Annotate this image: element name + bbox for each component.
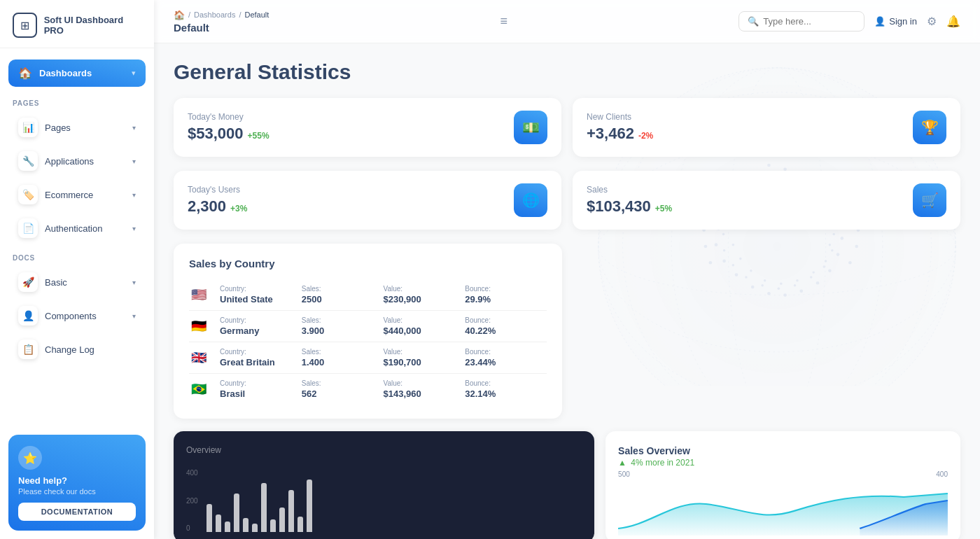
y-label-0: 0 bbox=[186, 524, 198, 532]
chart-label: Overview bbox=[186, 445, 221, 455]
svg-point-39 bbox=[794, 284, 796, 286]
breadcrumb-home-icon: 🏠 bbox=[174, 10, 185, 20]
y-label-400: 400 bbox=[186, 469, 198, 477]
svg-point-17 bbox=[836, 253, 840, 256]
sidebar-item-authentication[interactable]: 📄 Authentication ▾ bbox=[8, 212, 146, 244]
table-row: 🇺🇸 Country: United State Sales: 2500 Val… bbox=[189, 279, 547, 311]
topbar-actions: 👤 Sign in ⚙ 🔔 bbox=[874, 15, 960, 28]
svg-point-21 bbox=[783, 293, 787, 297]
components-chevron: ▾ bbox=[132, 312, 136, 320]
applications-chevron: ▾ bbox=[132, 158, 136, 165]
search-bar: 🔍 bbox=[738, 11, 864, 31]
svg-point-38 bbox=[810, 276, 812, 278]
sidebar-item-basic[interactable]: 🚀 Basic ▾ bbox=[8, 266, 146, 298]
bar-item bbox=[225, 522, 230, 532]
sidebar-item-pages[interactable]: 📊 Pages ▾ bbox=[8, 111, 146, 144]
components-icon: 👤 bbox=[18, 306, 38, 326]
bottom-row: Overview 400 200 0 Sales Overview bbox=[174, 431, 960, 539]
pages-label: Pages bbox=[45, 122, 71, 133]
svg-point-60 bbox=[825, 260, 827, 262]
pages-chevron: ▾ bbox=[132, 124, 136, 132]
dashboards-label: Dashboards bbox=[39, 68, 92, 78]
stats-row-2: Today's Users 2,300+3% 🌐 Sales $103,430+… bbox=[174, 171, 960, 230]
sales-by-country-card: Sales by Country 🇺🇸 Country: United Stat… bbox=[174, 244, 562, 419]
stats-card-sales: Sales $103,430+5% 🛒 bbox=[573, 171, 960, 230]
basic-icon: 🚀 bbox=[18, 272, 38, 292]
svg-point-19 bbox=[816, 281, 820, 285]
sales-country-title: Sales by Country bbox=[189, 258, 547, 270]
documentation-button[interactable]: DOCUMENTATION bbox=[18, 503, 136, 521]
country-col-us: Country: United State bbox=[220, 285, 302, 304]
hamburger-icon[interactable]: ≡ bbox=[495, 10, 514, 33]
sidebar-item-ecommerce[interactable]: 🏷️ Ecommerce ▾ bbox=[8, 178, 146, 211]
sidebar-item-changelog[interactable]: 📋 Change Log bbox=[8, 333, 146, 365]
up-arrow-icon: ▲ bbox=[618, 458, 626, 468]
svg-point-52 bbox=[709, 261, 713, 265]
topbar-center: ≡ bbox=[495, 10, 514, 33]
help-title: Need help? bbox=[18, 475, 67, 486]
help-card: ⭐ Need help? Please check our docs DOCUM… bbox=[8, 435, 146, 531]
authentication-label: Authentication bbox=[45, 223, 102, 234]
breadcrumb-dashboards: Dashboards bbox=[194, 10, 235, 19]
flag-de: 🇩🇪 bbox=[189, 319, 209, 333]
bar-item bbox=[252, 524, 258, 532]
svg-point-41 bbox=[761, 284, 763, 286]
sales-overview-subtitle: ▲ 4% more in 2021 bbox=[618, 458, 948, 468]
sales-value: $103,430+5% bbox=[587, 197, 672, 216]
authentication-icon: 📄 bbox=[18, 218, 38, 238]
sidebar-item-components[interactable]: 👤 Components ▾ bbox=[8, 300, 146, 332]
dashboards-chevron: ▾ bbox=[132, 69, 136, 78]
search-input[interactable] bbox=[763, 16, 847, 27]
content: General Statistics Today's Money $53,000… bbox=[154, 43, 980, 539]
flag-us: 🇺🇸 bbox=[189, 288, 209, 302]
svg-point-23 bbox=[751, 286, 755, 289]
sidebar-nav: 🏠 Dashboards ▾ PAGES 📊 Pages ▾ 🔧 Applica… bbox=[0, 48, 154, 426]
svg-point-65 bbox=[750, 270, 752, 272]
search-icon: 🔍 bbox=[748, 16, 759, 27]
topbar-title: Default bbox=[174, 22, 269, 34]
svg-point-10 bbox=[767, 164, 771, 167]
user-icon: 👤 bbox=[874, 16, 886, 27]
components-label: Components bbox=[45, 311, 97, 321]
svg-point-66 bbox=[739, 258, 741, 260]
svg-point-40 bbox=[778, 288, 780, 290]
flag-gb: 🇬🇧 bbox=[189, 351, 209, 365]
svg-point-45 bbox=[722, 233, 724, 235]
svg-point-63 bbox=[780, 283, 782, 285]
bar-chart-card: Overview 400 200 0 bbox=[174, 431, 594, 539]
breadcrumb-sep2: / bbox=[239, 10, 241, 19]
sign-in-button[interactable]: 👤 Sign in bbox=[874, 16, 917, 27]
svg-point-20 bbox=[799, 289, 803, 293]
ecommerce-icon: 🏷️ bbox=[18, 185, 38, 204]
page-title: General Statistics bbox=[174, 60, 960, 84]
flag-br: 🇧🇷 bbox=[189, 382, 209, 396]
sign-in-label: Sign in bbox=[889, 16, 917, 27]
topbar: 🏠 / Dashboards / Default Default ≡ 🔍 👤 S… bbox=[154, 0, 980, 43]
authentication-chevron: ▾ bbox=[132, 225, 136, 232]
svg-point-59 bbox=[829, 244, 831, 246]
bar-item bbox=[307, 479, 312, 532]
sales-overview-title: Sales Overview bbox=[618, 445, 948, 456]
svg-point-26 bbox=[715, 243, 718, 246]
users-icon: 🌐 bbox=[514, 183, 547, 217]
sidebar-item-applications[interactable]: 🔧 Applications ▾ bbox=[8, 145, 146, 177]
clients-icon: 🏆 bbox=[913, 111, 946, 144]
sidebar: ⊞ Soft UI Dashboard PRO 🏠 Dashboards ▾ P… bbox=[0, 0, 154, 539]
stats-card-users: Today's Users 2,300+3% 🌐 bbox=[174, 171, 561, 230]
bar-item bbox=[234, 493, 239, 532]
stats-row-1: Today's Money $53,000+55% 💵 New Clients … bbox=[174, 98, 960, 157]
dashboards-icon: 🏠 bbox=[18, 66, 32, 80]
topbar-right: 🔍 👤 Sign in ⚙ 🔔 bbox=[738, 11, 960, 31]
svg-point-49 bbox=[848, 261, 852, 265]
svg-point-48 bbox=[855, 245, 858, 248]
value-col-us: Value: $230,900 bbox=[384, 285, 465, 304]
applications-icon: 🔧 bbox=[18, 151, 38, 171]
so-y-400: 400 bbox=[936, 470, 948, 478]
ecommerce-label: Ecommerce bbox=[45, 190, 93, 200]
main-area: 🏠 / Dashboards / Default Default ≡ 🔍 👤 S… bbox=[154, 0, 980, 539]
gear-icon[interactable]: ⚙ bbox=[927, 15, 937, 28]
bell-icon[interactable]: 🔔 bbox=[946, 15, 960, 28]
stats-card-clients: New Clients +3,462-2% 🏆 bbox=[573, 98, 960, 157]
bar-item bbox=[298, 517, 303, 532]
sidebar-item-dashboards[interactable]: 🏠 Dashboards ▾ bbox=[8, 59, 146, 87]
